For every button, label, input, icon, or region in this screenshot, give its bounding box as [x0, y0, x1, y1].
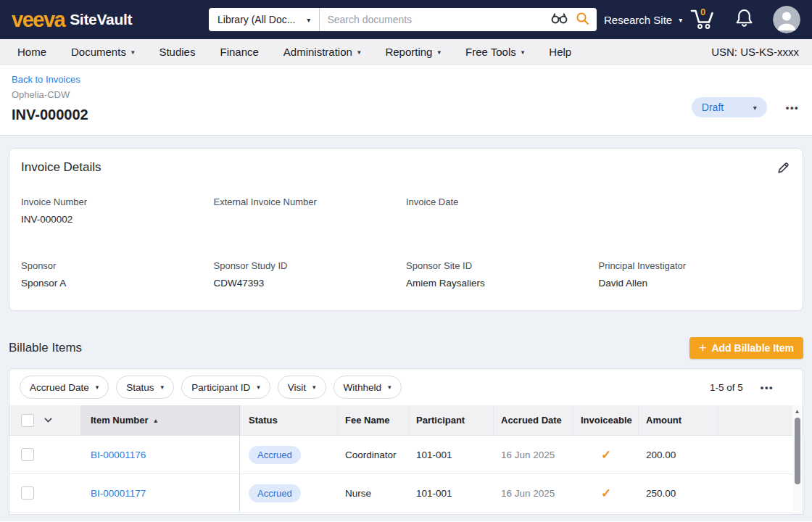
filter-status[interactable]: Status ▾ [116, 376, 174, 399]
status-value: Draft [702, 102, 724, 113]
site-selector[interactable]: Research Site ▾ [604, 14, 682, 26]
chevron-down-icon: ▾ [357, 49, 361, 56]
billable-items-table: Accrued Date ▾ Status ▾ Participant ID ▾… [9, 368, 803, 515]
field-invoice-number: Invoice Number INV-000002 [21, 196, 214, 225]
participant-cell: 101-001 [409, 488, 494, 499]
filter-accrued-date[interactable]: Accrued Date ▾ [20, 376, 109, 399]
invoiceable-check-icon: ✓ [601, 447, 611, 463]
table-filter-row: Accrued Date ▾ Status ▾ Participant ID ▾… [9, 369, 803, 405]
sitevault-logo[interactable]: veeva SiteVault [12, 9, 209, 30]
search-bar: Library (All Doc... ▾ [209, 8, 597, 31]
nav-item-home[interactable]: Home [17, 46, 46, 58]
notifications-button[interactable] [735, 8, 753, 31]
status-dropdown[interactable]: Draft ▾ [692, 97, 767, 117]
billable-items-title: Billable Items [9, 341, 82, 355]
table-header-row: Item Number ▲ Status Fee Name Participan… [9, 405, 803, 436]
select-all-checkbox[interactable] [21, 414, 34, 427]
status-badge: Accrued [249, 446, 301, 464]
column-header-status[interactable]: Status [240, 405, 338, 435]
column-header-participant[interactable]: Participant [409, 405, 494, 435]
binoculars-icon[interactable] [550, 12, 568, 27]
search-scope-value: Library (All Doc... [218, 14, 295, 25]
plus-icon: + [699, 341, 707, 355]
pagination-label: 1-5 of 5 [710, 382, 743, 393]
billable-item-link[interactable]: BI-00001177 [91, 488, 146, 499]
main-content: Invoice Details Invoice Number INV-00000… [0, 136, 812, 521]
chevron-down-icon: ▾ [161, 384, 165, 391]
amount-cell: 250.00 [639, 488, 718, 499]
column-header-amount[interactable]: Amount [639, 405, 718, 435]
invoice-details-title: Invoice Details [21, 160, 102, 175]
user-avatar[interactable] [773, 6, 800, 33]
chevron-down-icon: ▾ [753, 104, 757, 112]
nav-item-administration[interactable]: Administration▾ [283, 46, 361, 58]
top-header: veeva SiteVault Library (All Doc... ▾ Re… [0, 0, 812, 39]
pencil-icon [776, 162, 790, 175]
participant-cell: 101-001 [409, 450, 494, 460]
scroll-up-icon[interactable]: ▲ [792, 405, 802, 415]
status-badge: Accrued [249, 484, 301, 502]
main-nav: Home Documents▾ Studies Finance Administ… [0, 39, 812, 65]
filter-withheld[interactable]: Withheld ▾ [334, 376, 402, 399]
nav-item-help[interactable]: Help [549, 46, 571, 58]
add-billable-item-button[interactable]: + Add Billable Item [689, 337, 803, 359]
cart-count-badge: 0 [700, 7, 705, 17]
field-external-invoice-number: External Invoice Number [214, 196, 407, 225]
field-invoice-date: Invoice Date [406, 196, 599, 225]
search-scope-select[interactable]: Library (All Doc... ▾ [209, 14, 319, 25]
fee-name-cell: Coordinator [338, 450, 409, 460]
amount-cell: 200.00 [639, 450, 718, 460]
nav-item-reporting[interactable]: Reporting▾ [385, 46, 441, 58]
scrollbar-thumb[interactable] [795, 418, 800, 484]
study-name: Ophelia-CDW [12, 89, 800, 100]
nav-item-free-tools[interactable]: Free Tools▾ [465, 46, 524, 58]
select-menu-chevron-icon[interactable] [44, 415, 53, 426]
nav-item-finance[interactable]: Finance [220, 46, 258, 58]
invoice-details-card: Invoice Details Invoice Number INV-00000… [9, 148, 803, 311]
record-header: Back to Invoices Ophelia-CDW INV-000002 … [0, 65, 812, 136]
accrued-date-cell: 16 Jun 2025 [494, 450, 573, 460]
site-selector-label: Research Site [604, 14, 672, 26]
search-icon[interactable] [576, 12, 589, 28]
column-header-invoiceable[interactable]: Invoiceable [573, 405, 639, 435]
field-sponsor: Sponsor Sponsor A [21, 260, 214, 289]
sitevault-product-text: SiteVault [70, 11, 132, 28]
cart-button[interactable]: 0 [689, 7, 716, 33]
chevron-down-icon: ▾ [96, 384, 99, 391]
usn-label: USN: US-KS-xxxx [711, 46, 799, 58]
nav-item-documents[interactable]: Documents▾ [71, 46, 134, 58]
chevron-down-icon: ▾ [679, 16, 682, 24]
column-header-item-number[interactable]: Item Number ▲ [80, 405, 240, 435]
row-checkbox[interactable] [21, 486, 34, 500]
table-row: BI-00001176 Accrued Coordinator 101-001 … [9, 436, 803, 474]
chevron-down-icon: ▾ [437, 49, 441, 56]
back-to-invoices-link[interactable]: Back to Invoices [12, 74, 80, 85]
page-title: INV-000002 [12, 107, 800, 123]
filter-participant-id[interactable]: Participant ID ▾ [181, 376, 270, 399]
chevron-down-icon: ▾ [257, 384, 260, 391]
edit-button[interactable] [775, 160, 791, 179]
field-sponsor-site-id: Sponsor Site ID Amiem Raysaliers [406, 260, 599, 289]
chevron-down-icon: ▾ [521, 49, 525, 56]
chevron-down-icon: ▾ [312, 384, 316, 391]
field-sponsor-study-id: Sponsor Study ID CDW47393 [214, 260, 407, 289]
sort-ascending-icon: ▲ [152, 417, 158, 424]
fee-name-cell: Nurse [338, 488, 409, 499]
table-scrollbar[interactable]: ▲ [792, 405, 802, 514]
row-checkbox[interactable] [21, 448, 34, 461]
chevron-down-icon: ▾ [131, 49, 135, 56]
chevron-down-icon: ▾ [307, 16, 310, 24]
person-icon [773, 6, 800, 33]
billable-item-link[interactable]: BI-00001176 [91, 450, 146, 460]
table-actions-menu[interactable]: ••• [761, 382, 774, 393]
invoiceable-check-icon: ✓ [601, 486, 611, 501]
accrued-date-cell: 16 Jun 2025 [494, 488, 573, 499]
table-row: BI-00001177 Accrued Nurse 101-001 16 Jun… [9, 474, 803, 513]
column-header-accrued-date[interactable]: Accrued Date [494, 405, 573, 435]
column-header-fee-name[interactable]: Fee Name [338, 405, 409, 435]
chevron-down-icon: ▾ [388, 384, 392, 391]
filter-visit[interactable]: Visit ▾ [278, 376, 326, 399]
nav-item-studies[interactable]: Studies [159, 46, 195, 58]
record-actions-menu[interactable]: ••• [786, 102, 799, 113]
search-input[interactable] [320, 14, 543, 25]
